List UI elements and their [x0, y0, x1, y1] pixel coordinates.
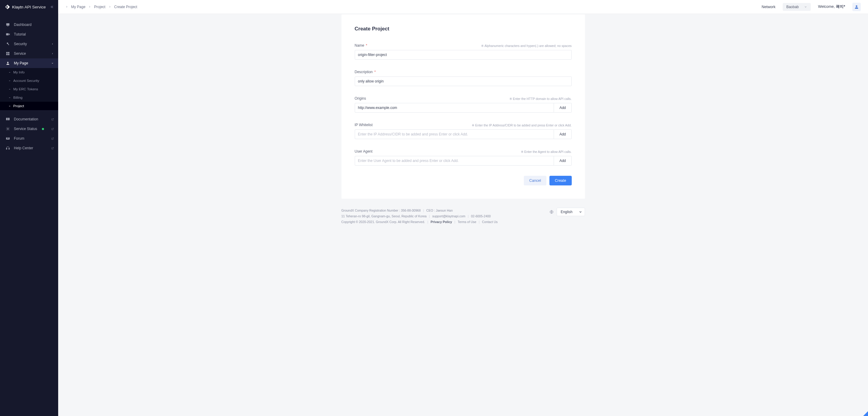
name-input[interactable] [355, 50, 572, 60]
sidebar-item-forum[interactable]: Forum [0, 134, 58, 143]
sidebar-item-label: Help Center [14, 146, 33, 150]
headset-icon [5, 146, 10, 150]
svg-rect-5 [8, 54, 10, 56]
footer-phone: 02-6005-2400 [471, 213, 491, 219]
origins-input[interactable] [355, 103, 554, 112]
footer-email[interactable]: support@klaytnapi.com [432, 213, 465, 219]
description-input[interactable] [355, 76, 572, 86]
network-label: Network [762, 5, 775, 9]
sidebar-item-label: Forum [14, 136, 24, 141]
create-button[interactable]: Create [550, 176, 572, 185]
brand-logo[interactable]: Klaytn API Service [5, 4, 46, 10]
footer-contact-link[interactable]: Contact Us [482, 219, 498, 225]
sidebar-item-service[interactable]: Service [0, 49, 58, 59]
sidebar-item-security[interactable]: Security [0, 39, 58, 49]
language-value: English [561, 210, 572, 214]
profile-button[interactable] [852, 3, 861, 11]
welcome-text: Welcome, 곽지* [818, 4, 845, 9]
sidebar-item-documentation[interactable]: Documentation [0, 114, 58, 124]
external-link-icon [51, 118, 54, 121]
breadcrumb-item[interactable]: My Page [71, 5, 85, 9]
sidebar-item-billing[interactable]: Billing [0, 93, 58, 102]
external-link-icon [51, 147, 54, 149]
sidebar-item-label: My ERC Tokens [13, 87, 38, 91]
origins-add-button[interactable]: Add [554, 103, 571, 112]
chevron-right-icon [108, 5, 111, 8]
book-icon [5, 117, 10, 122]
globe-icon [550, 210, 554, 214]
sidebar: Klaytn API Service Dashboard Tutorial [0, 0, 58, 416]
corner-accent [863, 411, 868, 416]
sidebar-item-label: Account Security [13, 79, 39, 82]
mail-icon [5, 136, 10, 141]
dashboard-icon [5, 22, 10, 27]
breadcrumb-item-current: Create Project [114, 5, 137, 9]
svg-rect-8 [6, 148, 7, 149]
external-link-icon [51, 137, 54, 140]
footer: GroundX Company Registration Number : 35… [341, 208, 585, 225]
chevron-down-icon [51, 62, 54, 65]
svg-rect-3 [8, 52, 10, 54]
breadcrumb-item[interactable]: Project [94, 5, 105, 9]
sidebar-item-mypage[interactable]: My Page [0, 59, 58, 68]
sidebar-item-label: My Page [14, 61, 28, 65]
collapse-sidebar-icon[interactable] [50, 4, 55, 9]
dash-icon [9, 72, 10, 73]
sidebar-item-myinfo[interactable]: My Info [0, 68, 58, 76]
svg-point-7 [7, 128, 9, 130]
sidebar-item-service-status[interactable]: Service Status [0, 124, 58, 134]
ip-whitelist-add-button[interactable]: Add [554, 130, 571, 139]
svg-rect-9 [9, 148, 9, 149]
footer-copyright: Copyright © 2020-2021. GroundX Corp. All… [341, 219, 425, 225]
origins-hint: ※ Enter the HTTP domain to allow API cal… [509, 97, 572, 101]
svg-point-6 [7, 62, 9, 63]
chevron-down-icon [579, 210, 582, 214]
sidebar-item-dashboard[interactable]: Dashboard [0, 20, 58, 30]
chevron-right-icon [88, 5, 91, 8]
create-project-form: Create Project Name * ※ Alphanumeric cha… [341, 14, 585, 199]
dash-icon [9, 106, 10, 106]
sidebar-item-project[interactable]: Project [0, 102, 58, 110]
sidebar-item-label: Dashboard [14, 23, 32, 27]
sidebar-item-label: Project [13, 104, 24, 108]
svg-point-10 [856, 5, 857, 7]
sidebar-item-account-security[interactable]: Account Security [0, 76, 58, 85]
dash-icon [9, 98, 10, 98]
cancel-button[interactable]: Cancel [524, 176, 547, 185]
name-hint: ※ Alphanumeric characters and hypen(-) a… [481, 44, 571, 47]
user-agent-label: User Agent [355, 149, 373, 153]
sidebar-item-help-center[interactable]: Help Center [0, 143, 58, 153]
apps-icon [5, 51, 10, 56]
sidebar-item-label: Documentation [14, 117, 38, 121]
sidebar-item-label: Service Status [14, 127, 37, 131]
svg-rect-4 [6, 54, 8, 56]
klaytn-logo-icon [5, 4, 10, 10]
footer-reg: GroundX Company Registration Number : 35… [341, 208, 421, 213]
language-select[interactable]: English [557, 208, 585, 216]
footer-terms-link[interactable]: Terms of Use [458, 219, 476, 225]
user-agent-add-button[interactable]: Add [554, 156, 571, 166]
network-select[interactable]: Baobab [783, 3, 811, 11]
sidebar-item-label: Tutorial [14, 32, 26, 36]
user-agent-input[interactable] [355, 156, 554, 166]
footer-address: 11 Teheran-ro 98-gil, Gangnam-gu, Seoul,… [341, 213, 427, 219]
ip-whitelist-label: IP Whitelist [355, 123, 373, 127]
footer-privacy-link[interactable]: Privacy Policy [431, 219, 452, 225]
chevron-down-icon [804, 5, 807, 8]
sidebar-item-erc-tokens[interactable]: My ERC Tokens [0, 85, 58, 93]
footer-ceo: CEO : Jaesun Han [426, 208, 453, 213]
video-icon [5, 32, 10, 37]
external-link-icon [51, 127, 54, 130]
ip-whitelist-input[interactable] [355, 130, 554, 139]
mypage-submenu: My Info Account Security My ERC Tokens B… [0, 68, 58, 110]
page-title: Create Project [355, 26, 572, 32]
sidebar-item-tutorial[interactable]: Tutorial [0, 30, 58, 39]
key-icon [5, 41, 10, 46]
svg-rect-1 [7, 26, 9, 26]
sidebar-item-label: My Info [13, 70, 25, 74]
dash-icon [9, 81, 10, 81]
origins-label: Origins [355, 96, 366, 101]
dash-icon [9, 89, 10, 90]
user-agent-hint: ※ Enter the Agent to allow API calls. [521, 150, 572, 153]
network-value: Baobab [786, 5, 799, 9]
